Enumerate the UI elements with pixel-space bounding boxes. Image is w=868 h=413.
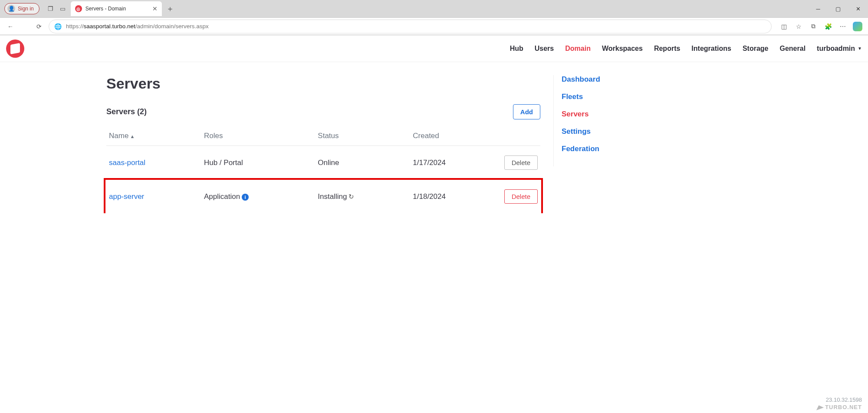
page-title: Servers: [106, 75, 540, 92]
sidebar-item-settings[interactable]: Settings: [562, 127, 600, 136]
roles-cell: Applicationi: [201, 180, 315, 214]
minimize-button[interactable]: ─: [808, 0, 828, 17]
col-name[interactable]: Name ▲: [106, 126, 201, 146]
sidebar-item-federation[interactable]: Federation: [562, 145, 600, 153]
col-created[interactable]: Created: [410, 126, 497, 146]
top-nav: HubUsersDomainWorkspacesReportsIntegrati…: [510, 45, 862, 53]
close-window-button[interactable]: ✕: [848, 0, 868, 17]
add-button[interactable]: Add: [513, 104, 540, 119]
delete-button[interactable]: Delete: [504, 189, 538, 204]
workspaces-icon[interactable]: ❐: [45, 5, 57, 12]
nav-users[interactable]: Users: [535, 45, 554, 53]
created-cell: 1/17/2024: [410, 146, 497, 180]
address-bar[interactable]: 🌐 https://saasportal.turbo.net/admin/dom…: [49, 20, 772, 33]
favorites-icon[interactable]: ☆: [792, 20, 806, 33]
nav-integrations[interactable]: Integrations: [691, 45, 731, 53]
right-sidebar: DashboardFleetsServersSettingsFederation: [562, 75, 600, 213]
info-icon[interactable]: i: [242, 194, 249, 201]
new-tab-button[interactable]: ＋: [162, 3, 178, 14]
browser-tab[interactable]: ◎ Servers - Domain ✕: [71, 1, 162, 16]
table-row: saas-portalHub / PortalOnline1/17/2024De…: [106, 146, 540, 180]
nav-storage[interactable]: Storage: [743, 45, 769, 53]
col-roles[interactable]: Roles: [201, 126, 315, 146]
signin-button[interactable]: 👤 Sign in: [4, 3, 39, 14]
sort-asc-icon: ▲: [128, 134, 135, 139]
nav-workspaces[interactable]: Workspaces: [602, 45, 643, 53]
status-cell: Installing↻: [315, 180, 410, 214]
tab-favicon-icon: ◎: [75, 5, 82, 12]
user-menu[interactable]: turboadmin▼: [817, 45, 862, 53]
server-link[interactable]: app-server: [109, 192, 144, 201]
nav-reports[interactable]: Reports: [654, 45, 680, 53]
sidebar-item-fleets[interactable]: Fleets: [562, 93, 600, 101]
nav-domain[interactable]: Domain: [565, 45, 591, 53]
server-link[interactable]: saas-portal: [109, 159, 145, 167]
person-icon: 👤: [7, 5, 15, 13]
refresh-button[interactable]: ⟳: [32, 20, 46, 33]
globe-icon: 🌐: [54, 23, 62, 30]
roles-cell: Hub / Portal: [201, 146, 315, 180]
sidebar-item-dashboard[interactable]: Dashboard: [562, 75, 600, 84]
status-cell: Online: [315, 146, 410, 180]
servers-table: Name ▲RolesStatusCreated saas-portalHub …: [106, 126, 540, 213]
collections-icon[interactable]: ⧉: [806, 20, 820, 33]
copilot-icon[interactable]: [851, 20, 865, 33]
close-icon[interactable]: ✕: [152, 5, 158, 12]
back-button[interactable]: ←: [3, 20, 17, 33]
signin-label: Sign in: [18, 6, 34, 12]
extensions-icon[interactable]: 🧩: [821, 20, 835, 33]
maximize-button[interactable]: ▢: [828, 0, 848, 17]
col-status[interactable]: Status: [315, 126, 410, 146]
more-icon[interactable]: ⋯: [836, 20, 850, 33]
servers-count: Servers (2): [106, 107, 147, 116]
tab-overview-icon[interactable]: ▭: [57, 5, 69, 12]
app-logo[interactable]: [6, 40, 24, 58]
nav-general[interactable]: General: [780, 45, 806, 53]
chevron-down-icon: ▼: [858, 46, 862, 51]
tab-title: Servers - Domain: [85, 6, 149, 12]
vertical-divider: [553, 75, 554, 166]
created-cell: 1/18/2024: [410, 180, 497, 214]
delete-button[interactable]: Delete: [504, 155, 538, 170]
spinner-icon: ↻: [349, 193, 354, 200]
split-screen-icon[interactable]: ◫: [777, 20, 791, 33]
sidebar-item-servers[interactable]: Servers: [562, 110, 600, 119]
table-row: app-serverApplicationiInstalling↻1/18/20…: [106, 180, 540, 214]
col-actions: [497, 126, 540, 146]
nav-hub[interactable]: Hub: [510, 45, 523, 53]
url-text: https://saasportal.turbo.net/admin/domai…: [66, 23, 209, 30]
